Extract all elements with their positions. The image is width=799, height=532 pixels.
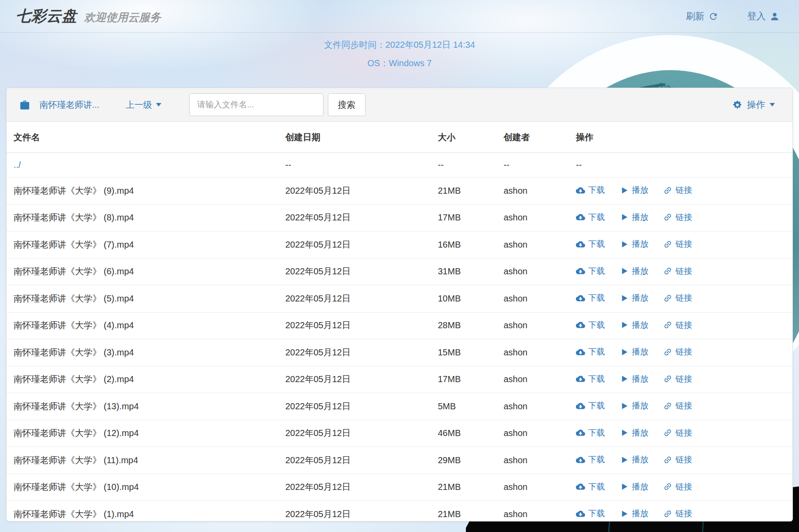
file-creator: ashon <box>497 420 569 447</box>
file-actions: 下载 播放 链接 <box>569 204 792 231</box>
share-link[interactable]: 链接 <box>663 266 692 277</box>
share-link[interactable]: 链接 <box>663 212 692 223</box>
table-row: 南怀瑾老师讲《大学》 (6).mp4 2022年05月12日 31MB asho… <box>7 258 792 285</box>
share-link[interactable]: 链接 <box>663 427 692 439</box>
file-actions: 下载 播放 链接 <box>569 393 792 420</box>
chevron-down-icon <box>156 103 161 106</box>
file-size: 17MB <box>431 204 497 231</box>
brand: 七彩云盘 欢迎使用云服务 <box>16 6 161 26</box>
share-link[interactable]: 链接 <box>663 400 692 411</box>
current-folder-breadcrumb[interactable]: 南怀瑾老师讲... <box>39 99 99 111</box>
download-link[interactable]: 下载 <box>576 508 605 519</box>
actions-dropdown[interactable]: 操作 <box>732 99 775 111</box>
file-name: 南怀瑾老师讲《大学》 (10).mp4 <box>7 474 278 501</box>
share-link[interactable]: 链接 <box>663 481 692 493</box>
file-date: 2022年05月12日 <box>278 420 431 447</box>
login-label: 登入 <box>747 10 766 22</box>
play-link[interactable]: 播放 <box>620 400 649 411</box>
os-line: OS：Windows 7 <box>0 57 799 69</box>
sync-status: 文件同步时间：2022年05月12日 14:34 OS：Windows 7 <box>0 39 799 69</box>
file-name: 南怀瑾老师讲《大学》 (7).mp4 <box>7 231 278 259</box>
link-icon <box>661 184 675 197</box>
play-link[interactable]: 播放 <box>620 373 649 385</box>
play-link[interactable]: 播放 <box>620 346 649 358</box>
link-icon <box>661 372 675 386</box>
play-link[interactable]: 播放 <box>620 266 649 277</box>
table-row: 南怀瑾老师讲《大学》 (1).mp4 2022年05月12日 21MB asho… <box>7 501 792 522</box>
cloud-download-icon <box>576 374 585 383</box>
share-link[interactable]: 链接 <box>663 238 692 250</box>
file-date: 2022年05月12日 <box>278 204 431 231</box>
search-button[interactable]: 搜索 <box>328 93 366 116</box>
play-link[interactable]: 播放 <box>620 292 649 304</box>
download-link[interactable]: 下载 <box>576 373 605 385</box>
file-actions: 下载 播放 链接 <box>569 339 792 366</box>
play-link[interactable]: 播放 <box>620 212 649 223</box>
refresh-icon <box>708 11 718 21</box>
header-links: 刷新 登入 <box>686 10 780 22</box>
download-link[interactable]: 下载 <box>576 454 605 465</box>
file-date: 2022年05月12日 <box>278 366 431 393</box>
cloud-download-icon <box>576 186 585 195</box>
share-link[interactable]: 链接 <box>663 373 692 385</box>
play-link[interactable]: 播放 <box>620 319 649 331</box>
cloud-download-icon <box>576 294 585 303</box>
file-actions: 下载 播放 链接 <box>569 420 792 447</box>
file-size: 21MB <box>431 474 497 501</box>
parent-directory-link[interactable]: ../ <box>14 160 21 170</box>
play-link[interactable]: 播放 <box>620 184 649 196</box>
play-icon <box>620 348 629 357</box>
download-link[interactable]: 下载 <box>576 427 605 439</box>
cloud-download-icon <box>576 348 585 357</box>
play-link[interactable]: 播放 <box>620 454 649 465</box>
search-input[interactable] <box>189 93 323 116</box>
play-link[interactable]: 播放 <box>620 238 649 250</box>
download-link[interactable]: 下载 <box>576 184 605 196</box>
parent-directory-row: ../ -- -- -- -- <box>7 153 792 177</box>
cloud-download-icon <box>576 509 585 518</box>
download-link[interactable]: 下载 <box>576 481 605 493</box>
file-size: 5MB <box>431 393 497 420</box>
refresh-button[interactable]: 刷新 <box>686 10 718 22</box>
file-actions: 下载 播放 链接 <box>569 231 792 259</box>
file-name: 南怀瑾老师讲《大学》 (3).mp4 <box>7 339 278 366</box>
download-link[interactable]: 下载 <box>576 319 605 331</box>
cloud-download-icon <box>576 266 585 276</box>
play-icon <box>620 240 629 249</box>
file-date: 2022年05月12日 <box>278 258 431 285</box>
play-link[interactable]: 播放 <box>620 427 649 439</box>
file-creator: ashon <box>497 312 569 339</box>
file-size: 29MB <box>431 447 497 474</box>
download-link[interactable]: 下载 <box>576 266 605 277</box>
share-link[interactable]: 链接 <box>663 508 692 519</box>
column-header-actions: 操作 <box>569 122 792 153</box>
file-actions: 下载 播放 链接 <box>569 285 792 312</box>
file-date: 2022年05月12日 <box>278 177 431 205</box>
file-size: 28MB <box>431 312 497 339</box>
up-level-dropdown[interactable]: 上一级 <box>126 99 161 111</box>
share-link[interactable]: 链接 <box>663 292 692 304</box>
file-creator: ashon <box>497 258 569 285</box>
login-button[interactable]: 登入 <box>747 10 780 22</box>
table-row: 南怀瑾老师讲《大学》 (4).mp4 2022年05月12日 28MB asho… <box>7 312 792 339</box>
download-link[interactable]: 下载 <box>576 238 605 250</box>
download-link[interactable]: 下载 <box>576 292 605 304</box>
actions-menu-label: 操作 <box>747 99 765 111</box>
app-logo: 七彩云盘 <box>16 6 77 26</box>
share-link[interactable]: 链接 <box>663 319 692 331</box>
share-link[interactable]: 链接 <box>663 184 692 196</box>
share-link[interactable]: 链接 <box>663 454 692 465</box>
table-row: 南怀瑾老师讲《大学》 (11).mp4 2022年05月12日 29MB ash… <box>7 447 792 474</box>
download-link[interactable]: 下载 <box>576 212 605 223</box>
file-size: 16MB <box>431 231 497 259</box>
file-creator: ashon <box>497 447 569 474</box>
sync-time-value: 2022年05月12日 14:34 <box>385 40 475 50</box>
file-name: 南怀瑾老师讲《大学》 (1).mp4 <box>7 501 278 522</box>
share-link[interactable]: 链接 <box>663 346 692 358</box>
play-link[interactable]: 播放 <box>620 508 649 519</box>
file-creator: ashon <box>497 366 569 393</box>
file-creator: ashon <box>497 177 569 205</box>
download-link[interactable]: 下载 <box>576 400 605 411</box>
play-link[interactable]: 播放 <box>620 481 649 493</box>
download-link[interactable]: 下载 <box>576 346 605 358</box>
